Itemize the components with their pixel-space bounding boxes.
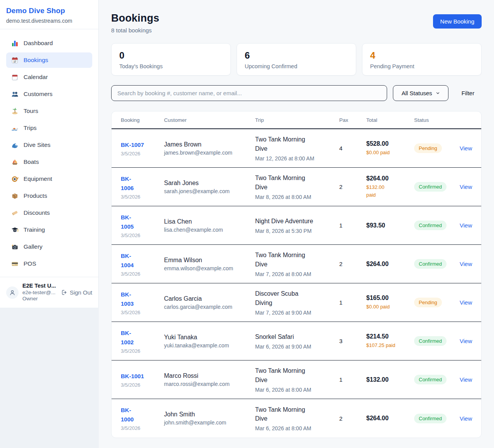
customer-email: yuki.tanaka@example.com: [164, 342, 255, 349]
sidebar-item-products[interactable]: Products: [6, 188, 92, 204]
sidebar-item-dive-sites[interactable]: Dive Sites: [6, 137, 92, 153]
total-cell: $93.50: [366, 222, 414, 229]
sidebar-item-customers[interactable]: Customers: [6, 86, 92, 102]
booking-id-link[interactable]: BK- 1002: [121, 328, 164, 347]
pax-value: 1: [339, 299, 366, 306]
trip-datetime: Mar 7, 2026 at 9:00 AM: [255, 310, 324, 316]
user-meta: E2E Test U... e2e-tester@... Owner: [22, 283, 56, 302]
sidebar-item-boats[interactable]: Boats: [6, 154, 92, 170]
column-header-status: Status: [414, 117, 460, 123]
brand-block: Demo Dive Shop demo.test.divestreams.com: [0, 0, 98, 29]
paid-amount: $107.25 paid: [366, 342, 414, 349]
status-cell: Confirmed: [414, 414, 460, 423]
customer-email: marco.rossi@example.com: [164, 381, 255, 387]
sidebar-item-training[interactable]: Training: [6, 222, 92, 237]
trip-name: Two Tank Morning Dive: [255, 405, 324, 423]
sidebar-rail: Demo Dive Shop demo.test.divestreams.com…: [0, 0, 99, 448]
trip-name: Snorkel Safari: [255, 332, 324, 341]
table-row: BK- 1004 3/5/2026 Emma Wilson emma.wilso…: [112, 245, 481, 283]
sidebar-item-calendar[interactable]: Calendar: [6, 69, 92, 85]
view-link[interactable]: View: [460, 222, 472, 229]
booking-cell: BK- 1003 3/5/2026: [121, 290, 164, 315]
trip-datetime: Mar 12, 2026 at 8:00 AM: [255, 155, 324, 162]
booking-cell: BK- 1002 3/5/2026: [121, 328, 164, 354]
customer-cell: Carlos Garcia carlos.garcia@example.com: [164, 295, 255, 310]
booking-id-link[interactable]: BK- 1004: [121, 251, 164, 270]
trip-cell: Snorkel Safari Mar 6, 2026 at 9:00 AM: [255, 332, 339, 350]
sidebar-item-trips[interactable]: Trips: [6, 120, 92, 136]
column-header-booking: Booking: [121, 117, 164, 123]
tag-icon: [11, 209, 19, 217]
status-cell: Confirmed: [414, 182, 460, 192]
status-badge: Confirmed: [414, 182, 447, 192]
stat-card-todays-bookings: 0 Today's Bookings: [111, 43, 231, 76]
stat-label: Pending Payment: [370, 63, 474, 69]
filter-button[interactable]: Filter: [454, 90, 482, 96]
sign-out-button[interactable]: Sign Out: [61, 289, 92, 296]
graduation-cap-icon: [11, 226, 19, 234]
app-layout: Demo Dive Shop demo.test.divestreams.com…: [0, 0, 494, 448]
total-cell: $264.00: [366, 415, 414, 422]
booking-id-link[interactable]: BK-1001: [121, 372, 164, 381]
booking-cell: BK- 1000 3/5/2026: [121, 406, 164, 431]
sidebar-item-discounts[interactable]: Discounts: [6, 205, 92, 221]
trip-name: Two Tank Morning Dive: [255, 366, 324, 384]
customer-cell: Marco Rossi marco.rossi@example.com: [164, 372, 255, 387]
new-booking-button[interactable]: New Booking: [433, 14, 482, 29]
table-row: BK- 1002 3/5/2026 Yuki Tanaka yuki.tanak…: [112, 322, 481, 360]
view-link[interactable]: View: [460, 415, 472, 422]
booking-date: 3/5/2026: [121, 232, 164, 238]
total-cell: $528.00 $0.00 paid: [366, 140, 414, 157]
customer-name: Emma Wilson: [164, 257, 255, 264]
people-icon: [11, 90, 19, 98]
booking-id-link[interactable]: BK-1007: [121, 140, 164, 150]
sidebar-item-label: Training: [24, 226, 45, 233]
sidebar-item-dashboard[interactable]: Dashboard: [6, 35, 92, 51]
booking-date: 3/5/2026: [121, 348, 164, 354]
stat-value: 0: [119, 50, 223, 61]
customer-email: carlos.garcia@example.com: [164, 304, 255, 310]
customer-name: Lisa Chen: [164, 218, 255, 225]
trip-datetime: Mar 6, 2026 at 8:00 AM: [255, 387, 324, 393]
view-link[interactable]: View: [460, 261, 472, 267]
user-email: e2e-tester@...: [22, 290, 56, 296]
logout-icon: [61, 289, 68, 296]
booking-id-link[interactable]: BK- 1005: [121, 213, 164, 231]
status-filter-value: All Statuses: [401, 90, 432, 96]
view-link[interactable]: View: [460, 376, 472, 383]
status-filter-select[interactable]: All Statuses: [393, 85, 448, 101]
pax-value: 3: [339, 338, 366, 344]
booking-id-link[interactable]: BK- 1000: [121, 406, 164, 424]
search-input[interactable]: [111, 85, 387, 101]
sidebar-item-label: Boats: [24, 158, 39, 165]
sidebar-item-equipment[interactable]: Equipment: [6, 171, 92, 187]
booking-date: 3/5/2026: [121, 194, 164, 200]
controls-row: All Statuses Filter: [111, 85, 482, 101]
wave-icon: [11, 141, 19, 149]
booking-id-link[interactable]: BK- 1006: [121, 174, 164, 193]
sidebar: Demo Dive Shop demo.test.divestreams.com…: [0, 0, 99, 308]
sidebar-item-bookings[interactable]: 17 Bookings: [6, 52, 92, 68]
table-row: BK-1001 3/5/2026 Marco Rossi marco.rossi…: [112, 360, 481, 399]
view-link[interactable]: View: [460, 299, 472, 306]
chevron-down-icon: [436, 91, 440, 95]
sidebar-item-gallery[interactable]: Gallery: [6, 239, 92, 254]
total-amount: $93.50: [366, 222, 414, 229]
view-link[interactable]: View: [460, 145, 472, 152]
column-header-customer: Customer: [164, 117, 255, 123]
sidebar-item-label: POS: [24, 260, 36, 267]
trip-cell: Two Tank Morning Dive Mar 12, 2026 at 8:…: [255, 135, 339, 161]
page-header: Bookings 8 total bookings New Booking: [111, 12, 482, 34]
trip-datetime: Mar 6, 2026 at 9:00 AM: [255, 344, 324, 350]
view-link[interactable]: View: [460, 184, 472, 190]
customer-cell: Emma Wilson emma.wilson@example.com: [164, 257, 255, 271]
customer-email: emma.wilson@example.com: [164, 265, 255, 271]
sidebar-item-pos[interactable]: POS: [6, 256, 92, 271]
trip-datetime: Mar 7, 2026 at 8:00 AM: [255, 271, 324, 277]
pax-value: 4: [339, 145, 366, 152]
shop-domain: demo.test.divestreams.com: [6, 18, 92, 24]
booking-id-link[interactable]: BK- 1003: [121, 290, 164, 308]
sidebar-item-tours[interactable]: Tours: [6, 103, 92, 119]
view-link[interactable]: View: [460, 338, 472, 344]
booking-date: 3/5/2026: [121, 425, 164, 431]
